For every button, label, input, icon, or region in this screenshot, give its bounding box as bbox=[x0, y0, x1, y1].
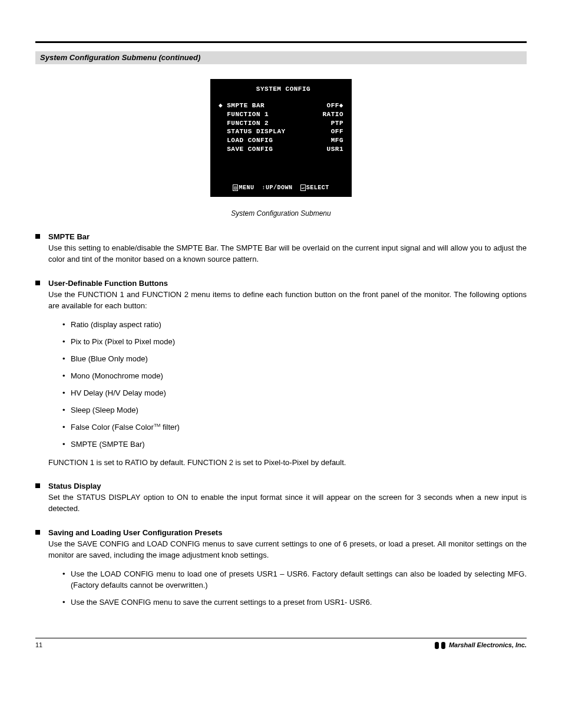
bullet-tail: FUNCTION 1 is set to RATIO by default. F… bbox=[48, 457, 527, 469]
bullet-smpte-bar: SMPTE Bar Use this setting to enable/dis… bbox=[35, 232, 527, 265]
list-item: Ratio (display aspect ratio) bbox=[62, 319, 527, 331]
list-item-text: Mono (Monochrome mode) bbox=[71, 371, 163, 380]
preset-notes-list: Use the LOAD CONFIG menu to load one of … bbox=[48, 569, 527, 608]
list-item-text: Pix to Pix (Pixel to Pixel mode) bbox=[71, 337, 175, 346]
bullet-body: Set the STATUS DISPLAY option to ON to e… bbox=[48, 493, 527, 513]
select-key-icon: ↵ bbox=[300, 185, 306, 191]
figure-caption: System Configuration Submenu bbox=[35, 209, 527, 219]
osd-row-label: SAVE CONFIG bbox=[219, 145, 273, 154]
list-item-text: Use the SAVE CONFIG menu to save the cur… bbox=[71, 598, 372, 607]
osd-row[interactable]: FUNCTION 2 PTP bbox=[219, 119, 343, 128]
osd-row-label: FUNCTION 1 bbox=[219, 110, 269, 119]
bullet-lead: User-Definable Function Buttons bbox=[48, 279, 168, 288]
osd-row-label: LOAD CONFIG bbox=[219, 136, 273, 145]
list-item: HV Delay (H/V Delay mode) bbox=[62, 388, 527, 399]
osd-row-value: PTP bbox=[331, 119, 343, 128]
osd-foot-updown: ↕UP/DOWN bbox=[262, 185, 292, 191]
osd-row-value: OFF bbox=[331, 127, 343, 136]
list-item: False Color (False ColorTM filter) bbox=[62, 422, 527, 433]
osd-foot-select: SELECT bbox=[306, 185, 329, 191]
list-item: Blue (Blue Only mode) bbox=[62, 354, 527, 365]
osd-help-footer: ▤MENU ↕UP/DOWN ↵SELECT bbox=[219, 184, 343, 193]
list-item: Use the SAVE CONFIG menu to save the cur… bbox=[62, 597, 527, 608]
osd-title: SYSTEM CONFIG bbox=[219, 85, 343, 94]
bullet-function-buttons: User-Definable Function Buttons Use the … bbox=[35, 278, 527, 468]
page-footer: 11 Marshall Electronics, Inc. bbox=[35, 641, 527, 650]
osd-row[interactable]: SAVE CONFIG USR1 bbox=[219, 145, 343, 154]
osd-row[interactable]: LOAD CONFIG MFG bbox=[219, 136, 343, 145]
list-item-text: SMPTE (SMPTE Bar) bbox=[71, 440, 145, 449]
list-item-text: Use the LOAD CONFIG menu to load one of … bbox=[71, 569, 527, 589]
list-item: Pix to Pix (Pixel to Pixel mode) bbox=[62, 337, 527, 348]
list-item-text: Blue (Blue Only mode) bbox=[71, 354, 148, 363]
list-item-text: Ratio (display aspect ratio) bbox=[71, 320, 161, 329]
osd-panel: SYSTEM CONFIG ◆ SMPTE BAR OFF◆ FUNCTION … bbox=[210, 79, 352, 197]
footer-rule bbox=[35, 638, 527, 638]
brand-logo-icon bbox=[435, 642, 445, 649]
bullet-list: SMPTE Bar Use this setting to enable/dis… bbox=[35, 232, 527, 608]
bullet-body: Use the SAVE CONFIG and LOAD CONFIG menu… bbox=[48, 539, 527, 559]
footer-brand: Marshall Electronics, Inc. bbox=[435, 641, 527, 650]
section-title-bar: System Configuration Submenu (continued) bbox=[35, 51, 527, 64]
bullet-body: Use the FUNCTION 1 and FUNCTION 2 menu i… bbox=[48, 290, 527, 310]
list-item: Use the LOAD CONFIG menu to load one of … bbox=[62, 569, 527, 591]
osd-row-value: RATIO bbox=[322, 110, 343, 119]
osd-screenshot: SYSTEM CONFIG ◆ SMPTE BAR OFF◆ FUNCTION … bbox=[35, 79, 527, 197]
osd-row-value: OFF◆ bbox=[327, 101, 343, 110]
osd-row-label: FUNCTION 2 bbox=[219, 119, 269, 128]
bullet-status-display: Status Display Set the STATUS DISPLAY op… bbox=[35, 481, 527, 515]
bullet-lead: Status Display bbox=[48, 482, 101, 490]
trademark-icon: TM bbox=[154, 423, 161, 428]
page-number: 11 bbox=[35, 641, 42, 650]
function-options-list: Ratio (display aspect ratio) Pix to Pix … bbox=[48, 319, 527, 450]
osd-row[interactable]: STATUS DISPLAY OFF bbox=[219, 127, 343, 136]
section-title-text: System Configuration Submenu (continued) bbox=[40, 52, 200, 64]
list-item-text: Sleep (Sleep Mode) bbox=[71, 406, 138, 414]
bullet-lead: SMPTE Bar bbox=[48, 232, 90, 241]
osd-row-label: STATUS DISPLAY bbox=[219, 127, 286, 136]
footer-brand-text: Marshall Electronics, Inc. bbox=[449, 641, 527, 650]
bullet-body: Use this setting to enable/disable the S… bbox=[48, 243, 527, 263]
list-item: Sleep (Sleep Mode) bbox=[62, 405, 527, 416]
osd-row[interactable]: FUNCTION 1 RATIO bbox=[219, 110, 343, 119]
list-item: Mono (Monochrome mode) bbox=[62, 371, 527, 382]
header-rule-thick bbox=[35, 41, 527, 43]
list-item-text: HV Delay (H/V Delay mode) bbox=[71, 388, 166, 397]
menu-key-icon: ▤ bbox=[233, 185, 238, 191]
osd-row-label: ◆ SMPTE BAR bbox=[219, 101, 265, 110]
bullet-save-load-presets: Saving and Loading User Configuration Pr… bbox=[35, 528, 527, 608]
osd-foot-menu: MENU bbox=[239, 185, 254, 191]
osd-menu-list: ◆ SMPTE BAR OFF◆ FUNCTION 1 RATIO FUNCTI… bbox=[219, 101, 343, 178]
osd-row-value: USR1 bbox=[327, 145, 343, 154]
osd-row-value: MFG bbox=[331, 136, 343, 145]
list-item: SMPTE (SMPTE Bar) bbox=[62, 439, 527, 450]
osd-row[interactable]: ◆ SMPTE BAR OFF◆ bbox=[219, 101, 343, 110]
bullet-lead: Saving and Loading User Configuration Pr… bbox=[48, 528, 222, 537]
